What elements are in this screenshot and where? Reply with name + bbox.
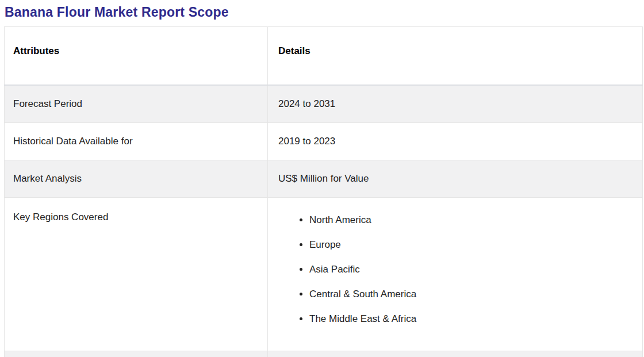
table-row-market-analysis: Market Analysis US$ Million for Value (5, 160, 643, 197)
region-list-item: North America (309, 213, 634, 227)
page-title: Banana Flour Market Report Scope (5, 5, 644, 20)
attribute-cell: Key Regions Covered (5, 197, 268, 351)
column-header-details: Details (268, 27, 643, 86)
table-row-partial (5, 351, 643, 357)
attribute-cell: Historical Data Available for (5, 122, 268, 160)
regions-list: North America Europe Asia Pacific Centra… (278, 213, 634, 325)
region-list-item: Central & South America (309, 287, 634, 301)
column-header-attributes: Attributes (5, 27, 268, 86)
page: Banana Flour Market Report Scope Attribu… (0, 0, 644, 357)
region-list-item: The Middle East & Africa (309, 312, 634, 325)
detail-cell: North America Europe Asia Pacific Centra… (268, 197, 643, 351)
detail-cell: 2024 to 2031 (268, 85, 643, 122)
region-list-item: Asia Pacific (309, 263, 634, 276)
detail-cell: US$ Million for Value (268, 160, 643, 197)
region-list-item: Europe (309, 238, 634, 251)
table-row-historical-data: Historical Data Available for 2019 to 20… (5, 122, 643, 160)
attribute-cell: Market Analysis (5, 160, 268, 197)
table-header-row: Attributes Details (5, 27, 643, 86)
detail-cell (268, 351, 643, 357)
attribute-cell: Forecast Period (5, 85, 268, 122)
table-row-forecast-period: Forecast Period 2024 to 2031 (5, 85, 643, 122)
detail-cell: 2019 to 2023 (268, 122, 643, 160)
report-scope-table: Attributes Details Forecast Period 2024 … (4, 26, 643, 357)
attribute-cell (5, 351, 268, 357)
table-row-key-regions: Key Regions Covered North America Europe… (5, 197, 643, 351)
